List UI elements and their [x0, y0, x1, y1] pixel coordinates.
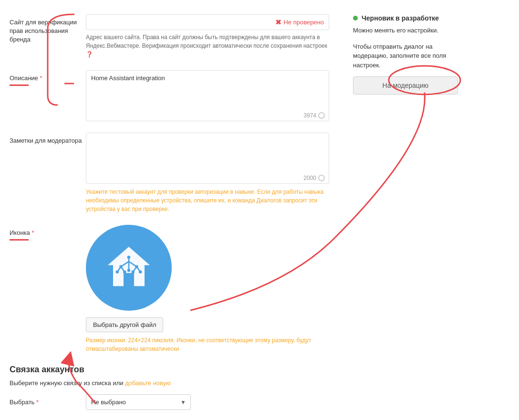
svg-point-14	[139, 271, 142, 274]
icon-label-text: Иконка	[10, 229, 30, 236]
site-hint: Адрес вашего сайта. Права на сайт должны…	[86, 33, 329, 59]
moderator-notes-field: 2000 Укажите тестовый аккаунт для провер…	[86, 133, 329, 213]
moderator-notes-row: Заметки для модератора 2000 Укажите тест…	[10, 133, 329, 213]
description-char-count-value: 3974	[303, 112, 316, 119]
icon-required-mark: *	[31, 229, 34, 236]
icon-label: Иконка *	[10, 225, 86, 241]
icon-size-hint: Размер иконки: 224×224 пикселя. Иконки, …	[86, 336, 329, 353]
moderator-notes-char-count: 2000	[86, 173, 329, 183]
site-verification-label: Сайт для верификации прав использования …	[10, 14, 86, 44]
main-content: Сайт для верификации прав использования …	[0, 10, 343, 420]
description-label: Описание *	[10, 70, 86, 86]
select-label-text: Выбрать	[10, 399, 34, 406]
moderator-char-count-circle	[318, 175, 325, 181]
account-linking-select[interactable]: Не выбрано	[86, 394, 191, 410]
select-label: Выбрать *	[10, 394, 86, 407]
site-hint-text: Адрес вашего сайта. Права на сайт должны…	[86, 34, 327, 49]
svg-point-10	[135, 265, 138, 269]
account-linking-subtitle: Выберите нужную связку из списка или доб…	[10, 379, 329, 387]
moderator-hint: Укажите тестовый аккаунт для проверки ав…	[86, 188, 329, 213]
moderator-notes-textarea[interactable]	[86, 133, 329, 171]
moderator-notes-wrapper: 2000	[86, 133, 329, 184]
account-linking-subtitle-text: Выберите нужную связку из списка или	[10, 379, 124, 387]
status-indicator: Черновик в разработке	[353, 14, 458, 22]
svg-point-11	[116, 271, 119, 274]
svg-point-15	[127, 269, 131, 272]
icon-required-underline	[10, 239, 29, 241]
moderator-hint-text: Укажите тестовый аккаунт для проверки ав…	[86, 189, 324, 212]
home-assistant-icon	[103, 242, 155, 294]
select-wrapper: Не выбрано ▼	[86, 394, 191, 410]
moderation-button[interactable]: На модерацию	[353, 76, 458, 94]
moderation-hint: Чтобы отправить диалог на модерацию, зап…	[353, 42, 458, 70]
site-verification-row: Сайт для верификации прав использования …	[10, 14, 329, 59]
account-linking-title: Связка аккаунтов	[10, 365, 329, 375]
site-verification-field: ✖ Не проверено Адрес вашего сайта. Права…	[86, 14, 329, 59]
description-textarea[interactable]: Home Assistant integration	[86, 71, 329, 109]
icon-preview	[86, 225, 172, 311]
status-label: Черновик в разработке	[362, 14, 439, 22]
not-verified-icon: ✖	[275, 18, 281, 27]
choose-file-button[interactable]: Выбрать другой файл	[86, 317, 163, 332]
description-char-count: 3974	[86, 110, 329, 121]
svg-point-9	[119, 265, 123, 269]
description-required-mark: *	[40, 74, 42, 82]
svg-point-8	[127, 256, 131, 259]
description-field: Home Assistant integration 3974	[86, 70, 329, 121]
select-row: Выбрать * Не выбрано ▼	[10, 394, 329, 410]
char-count-circle	[318, 112, 325, 119]
icon-size-hint-text: Размер иконки: 224×224 пикселя. Иконки, …	[86, 337, 311, 352]
description-textarea-wrapper: Home Assistant integration 3974	[86, 70, 329, 121]
moderator-notes-label-text: Заметки для модератора	[10, 137, 82, 144]
moderator-notes-char-count-value: 2000	[303, 175, 316, 181]
site-input-wrapper: ✖ Не проверено	[86, 14, 329, 30]
icon-field: Выбрать другой файл Размер иконки: 224×2…	[86, 225, 329, 353]
sidebar: Черновик в разработке Можно менять его н…	[343, 10, 467, 420]
green-dot-icon	[353, 16, 358, 21]
svg-point-12	[123, 271, 126, 274]
settings-hint: Можно менять его настройки.	[353, 26, 458, 35]
icon-row: Иконка *	[10, 225, 329, 353]
description-row: Описание * Home Assistant integration 39…	[10, 70, 329, 121]
description-label-text: Описание	[10, 74, 38, 82]
svg-point-13	[132, 271, 135, 274]
not-verified-badge: ✖ Не проверено	[270, 18, 329, 27]
moderator-notes-label: Заметки для модератора	[10, 133, 86, 145]
not-verified-text: Не проверено	[283, 19, 324, 26]
description-required-underline	[10, 84, 29, 86]
add-new-link[interactable]: добавьте новую	[125, 379, 171, 387]
account-linking-section: Связка аккаунтов Выберите нужную связку …	[10, 365, 329, 410]
select-required-mark: *	[36, 399, 39, 406]
site-input[interactable]	[86, 15, 270, 30]
question-mark: ❓	[86, 51, 93, 58]
select-field-wrapper: Не выбрано ▼	[86, 394, 329, 410]
